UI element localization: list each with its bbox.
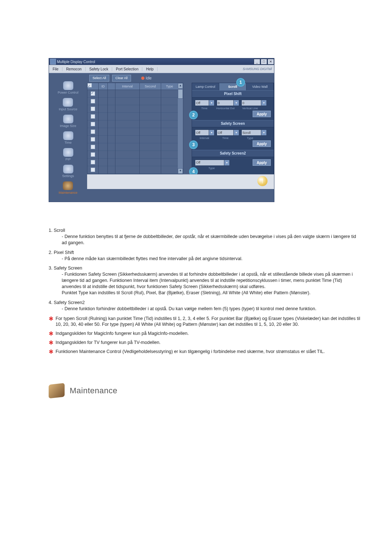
note-item: ✱For typen Scroll (Rulning) kan punktet … <box>49 316 362 328</box>
list-item: Safety Screen2 - Denne funktion forhindr… <box>54 300 362 312</box>
scroll-down-icon[interactable]: ▼ <box>178 168 183 174</box>
pixel-shift-apply-button[interactable]: Apply <box>253 111 271 117</box>
clear-all-button[interactable]: Clear All <box>112 75 131 82</box>
sidebar-item-label: Maintenance <box>59 191 78 194</box>
input-icon <box>63 98 73 107</box>
section-safety-screen: Safety Screen <box>192 120 274 127</box>
sidebar-item-label: Power Control <box>58 91 78 94</box>
sidebar-item-label: Image Size <box>60 124 76 128</box>
settings-icon <box>63 165 73 173</box>
header-checkbox[interactable] <box>87 83 92 87</box>
row-checkbox[interactable] <box>91 168 95 172</box>
app-title: Multiple Display Control <box>57 60 95 64</box>
menu-safety-lock[interactable]: Safety Lock <box>86 67 112 71</box>
safety2-type-select[interactable]: Off▾ <box>195 160 230 166</box>
list-item: Safety Screen - Funktionen Safety Screen… <box>54 265 362 296</box>
maintenance-icon <box>63 181 73 190</box>
chevron-down-icon: ▾ <box>233 130 239 135</box>
row-checkbox[interactable] <box>91 99 95 103</box>
time-icon <box>63 131 73 140</box>
row-checkbox[interactable] <box>91 114 95 119</box>
col-interval: Interval <box>115 83 139 90</box>
row-checkbox[interactable] <box>91 107 95 111</box>
scroll-thumb[interactable] <box>178 89 183 99</box>
row-checkbox[interactable] <box>91 145 95 149</box>
safety2-apply-button[interactable]: Apply <box>253 159 271 166</box>
list-item: Pixel Shift - På denne måde kan skærmbil… <box>54 250 362 262</box>
chevron-down-icon: ▾ <box>261 100 266 106</box>
note-item: ✱Funktionen Maintenance Control (Vedlige… <box>49 349 362 355</box>
brand-label: SAMSUNG DIGITall <box>243 67 274 71</box>
col-id: ID <box>99 83 107 90</box>
sidebar: Power Control Input Source Image Size Ti… <box>49 73 87 202</box>
col-type: Type <box>161 83 178 90</box>
close-button[interactable]: ✕ <box>268 59 274 65</box>
note-item: ✱Indgangskilden for TV fungerer kun på T… <box>49 340 362 346</box>
menu-remocon[interactable]: Remocon <box>62 67 86 71</box>
idle-dot-icon <box>141 77 144 80</box>
star-icon: ✱ <box>49 331 53 337</box>
pixel-shift-time-select[interactable]: Off▾ <box>195 100 215 106</box>
toolbar: Select All Clear All Idle <box>87 73 274 83</box>
menu-file[interactable]: File <box>49 67 62 71</box>
chevron-down-icon: ▾ <box>261 130 266 135</box>
row-checkbox[interactable] <box>91 137 95 141</box>
scroll-up-icon[interactable]: ▲ <box>178 83 183 89</box>
tab-lamp-control[interactable]: Lamp Control <box>192 83 219 90</box>
menu-port-selection[interactable]: Port Selection <box>112 67 142 71</box>
status-bar: ! <box>87 174 274 189</box>
footer-heading: Maintenance <box>49 384 362 398</box>
callout-1: 1 <box>236 78 245 87</box>
safety-interval-select[interactable]: Off▾ <box>195 130 215 136</box>
chevron-down-icon: ▾ <box>224 160 229 165</box>
row-checkbox[interactable] <box>91 91 95 96</box>
chevron-down-icon: ▾ <box>209 130 214 135</box>
footer-title: Maintenance <box>70 386 117 395</box>
row-checkbox[interactable] <box>91 122 95 126</box>
row-checkbox[interactable] <box>91 130 95 134</box>
display-table: ID Interval Second Type ▲ ▼ <box>87 83 183 174</box>
section-safety-screen2: Safety Screen2 <box>192 150 274 157</box>
sidebar-item-maintenance[interactable]: Maintenance <box>59 181 78 194</box>
star-icon: ✱ <box>49 316 53 328</box>
chevron-down-icon: ▾ <box>233 100 239 106</box>
row-checkbox[interactable] <box>91 160 95 164</box>
sidebar-item-label: PIP <box>65 157 71 161</box>
warning-icon: ! <box>257 176 268 186</box>
sidebar-item-pip[interactable]: PIP <box>63 148 73 161</box>
star-icon: ✱ <box>49 340 53 346</box>
pixel-shift-hdot-select[interactable]: 0▾ <box>217 100 239 106</box>
safety-type-select[interactable]: Scroll▾ <box>241 130 267 136</box>
note-item: ✱Indgangskilden for MagicInfo fungerer k… <box>49 331 362 337</box>
table-scrollbar[interactable]: ▲ ▼ <box>178 83 183 174</box>
maintenance-footer-icon <box>49 383 65 399</box>
menu-help[interactable]: Help <box>142 67 158 71</box>
image-size-icon <box>63 115 73 123</box>
content-body: Scroll - Denne funktion benyttes til at … <box>49 227 362 355</box>
section-pixel-shift: Pixel Shift <box>192 90 274 98</box>
row-checkbox[interactable] <box>91 152 95 157</box>
tab-video-wall[interactable]: Video Wall <box>246 83 274 90</box>
select-all-button[interactable]: Select All <box>89 75 109 82</box>
power-icon <box>63 81 73 90</box>
sidebar-item-power-control[interactable]: Power Control <box>58 81 78 94</box>
col-second: Second <box>140 83 161 90</box>
pip-icon <box>63 148 73 157</box>
sidebar-item-settings[interactable]: Settings <box>62 165 74 178</box>
safety-apply-button[interactable]: Apply <box>253 140 271 147</box>
idle-indicator: Idle <box>141 76 152 80</box>
pixel-shift-vline-select[interactable]: 0▾ <box>241 100 267 106</box>
callout-3: 3 <box>189 140 198 149</box>
minimize-button[interactable]: _ <box>254 59 260 65</box>
sidebar-item-label: Settings <box>62 174 74 178</box>
sidebar-item-image-size[interactable]: Image Size <box>60 115 76 128</box>
sidebar-item-time[interactable]: Time <box>63 131 73 144</box>
maximize-button[interactable]: □ <box>261 59 267 65</box>
list-item: Scroll - Denne funktion benyttes til at … <box>54 227 362 246</box>
col-status-icon <box>108 83 115 90</box>
app-icon <box>50 59 56 65</box>
menubar: File Remocon Safety Lock Port Selection … <box>49 65 274 73</box>
safety-time-select[interactable]: Off▾ <box>217 130 239 136</box>
sidebar-item-input-source[interactable]: Input Source <box>59 98 77 111</box>
app-window: Multiple Display Control _ □ ✕ File Remo… <box>49 58 274 202</box>
